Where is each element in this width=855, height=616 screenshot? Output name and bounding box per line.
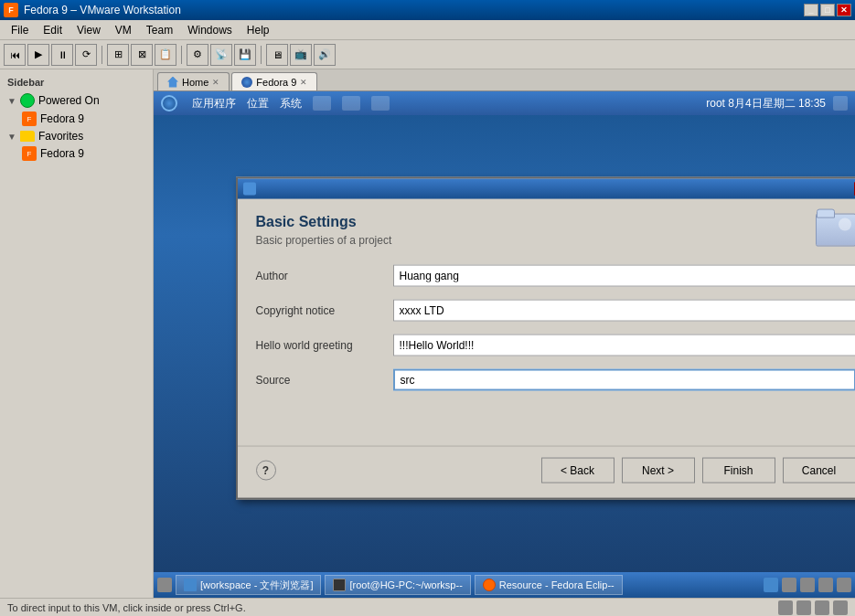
tab-fedora-close[interactable]: ✕ bbox=[300, 78, 307, 87]
taskbar-item-workspace[interactable]: [workspace - 文件浏览器] bbox=[176, 575, 321, 595]
tab-home-label: Home bbox=[182, 77, 208, 88]
toolbar-btn-12[interactable]: 📺 bbox=[290, 44, 312, 66]
fedora-topbar-icon-1 bbox=[313, 96, 331, 111]
fedora-icon bbox=[241, 77, 252, 88]
fedora-menu: 应用程序 位置 系统 bbox=[192, 96, 390, 112]
minimize-button[interactable]: _ bbox=[804, 4, 818, 16]
toolbar-btn-10[interactable]: 💾 bbox=[234, 44, 256, 66]
cancel-button[interactable]: Cancel bbox=[783, 458, 856, 483]
toolbar-btn-11[interactable]: 🖥 bbox=[266, 44, 288, 66]
taskbar-item-eclipse-label: Resource - Fedora Eclip-- bbox=[499, 579, 615, 590]
status-text: To direct input to this VM, click inside… bbox=[7, 602, 246, 613]
help-button[interactable]: ? bbox=[256, 461, 276, 481]
menu-team[interactable]: Team bbox=[139, 22, 180, 38]
toolbar-sep-1 bbox=[102, 46, 102, 64]
tab-home-close[interactable]: ✕ bbox=[212, 78, 219, 87]
fedora-menu-apps[interactable]: 应用程序 bbox=[192, 96, 236, 112]
label-author: Author bbox=[256, 270, 393, 282]
taskbar-right bbox=[764, 578, 851, 592]
toolbar-btn-2[interactable]: ▶ bbox=[27, 44, 49, 66]
sidebar-header: Sidebar bbox=[0, 73, 153, 91]
toolbar-btn-4[interactable]: ⟳ bbox=[75, 44, 97, 66]
sidebar-item-fedora-1[interactable]: F Fedora 9 bbox=[0, 110, 153, 128]
title-bar: F Fedora 9 – VMware Workstation _ □ ✕ bbox=[0, 0, 855, 20]
taskbar-start-icon[interactable] bbox=[157, 578, 172, 592]
sidebar-group-powered-on[interactable]: ▼ Powered On bbox=[0, 91, 153, 110]
finish-button[interactable]: Finish bbox=[702, 458, 775, 483]
dialog-subtitle: Basic properties of a project bbox=[256, 234, 392, 247]
eclipse-icon bbox=[483, 579, 496, 591]
sidebar-group-favorites[interactable]: ▼ Favorites bbox=[0, 128, 153, 144]
status-icon-2 bbox=[796, 600, 811, 615]
form-row-copyright: Copyright notice bbox=[256, 300, 856, 322]
window-controls: _ □ ✕ bbox=[804, 4, 851, 16]
dialog-content: Basic Settings Basic properties of a pro… bbox=[238, 199, 856, 419]
taskbar-item-terminal[interactable]: [root@HG-PC:~/worksp-- bbox=[325, 575, 470, 595]
tab-fedora[interactable]: Fedora 9 ✕ bbox=[231, 72, 317, 90]
tab-home[interactable]: Home ✕ bbox=[157, 72, 230, 90]
toolbar-btn-5[interactable]: ⊞ bbox=[107, 44, 129, 66]
status-icon-3 bbox=[815, 600, 829, 615]
menu-edit[interactable]: Edit bbox=[36, 22, 69, 38]
taskbar-item-workspace-label: [workspace - 文件浏览器] bbox=[200, 579, 313, 592]
fedora-datetime: root 8月4日星期二 18:35 bbox=[706, 96, 826, 112]
maximize-button[interactable]: □ bbox=[820, 4, 835, 16]
toolbar-btn-7[interactable]: 📋 bbox=[155, 44, 176, 66]
fedora-menu-system[interactable]: 系统 bbox=[280, 96, 302, 112]
fedora-topbar: 应用程序 位置 系统 root 8月4日星期二 18:35 bbox=[154, 91, 855, 115]
taskbar-item-terminal-label: [root@HG-PC:~/worksp-- bbox=[349, 579, 462, 590]
expand-arrow: ▼ bbox=[7, 96, 16, 106]
taskbar-item-eclipse[interactable]: Resource - Fedora Eclip-- bbox=[475, 575, 623, 595]
menu-windows[interactable]: Windows bbox=[180, 22, 240, 38]
sidebar-item-fedora-2[interactable]: F Fedora 9 bbox=[0, 144, 153, 163]
dialog-header-text: Basic Settings Basic properties of a pro… bbox=[256, 214, 392, 247]
fedora-topbar-icon-3 bbox=[371, 96, 390, 111]
dialog-footer: ? < Back Next > Finish Cancel bbox=[238, 446, 856, 498]
vm-area: Home ✕ Fedora 9 ✕ 应用程序 位置 系统 bbox=[154, 69, 855, 598]
sidebar-item-label-fedora-1: Fedora 9 bbox=[40, 112, 84, 125]
back-button[interactable]: < Back bbox=[541, 458, 615, 483]
toolbar-sep-2 bbox=[181, 46, 182, 64]
toolbar-btn-1[interactable]: ⏮ bbox=[4, 44, 26, 66]
menu-bar: File Edit View VM Team Windows Help bbox=[0, 20, 855, 40]
main-content: Sidebar ▼ Powered On F Fedora 9 ▼ Favori… bbox=[0, 69, 855, 598]
taskbar-right-icon-5 bbox=[837, 578, 851, 592]
app-icon: F bbox=[4, 3, 18, 17]
input-greeting[interactable] bbox=[393, 335, 856, 356]
fedora-topbar-right: root 8月4日星期二 18:35 bbox=[706, 96, 848, 112]
input-copyright[interactable] bbox=[393, 300, 856, 322]
menu-file[interactable]: File bbox=[4, 22, 36, 38]
toolbar-btn-13[interactable]: 🔊 bbox=[314, 44, 336, 66]
dialog-title-icon bbox=[243, 183, 256, 196]
toolbar-btn-9[interactable]: 📡 bbox=[210, 44, 232, 66]
fedora-menu-places[interactable]: 位置 bbox=[247, 96, 269, 112]
sidebar-item-favorites: Favorites bbox=[38, 130, 83, 143]
menu-help[interactable]: Help bbox=[240, 22, 277, 38]
dialog-header: Basic Settings Basic properties of a pro… bbox=[256, 214, 856, 247]
toolbar-sep-3 bbox=[261, 46, 262, 64]
menu-view[interactable]: View bbox=[69, 22, 108, 38]
sparkle-icon bbox=[839, 218, 851, 231]
status-icon-1 bbox=[778, 600, 793, 615]
toolbar-btn-3[interactable]: ⏸ bbox=[51, 44, 73, 66]
taskbar-right-icon-3 bbox=[800, 578, 815, 592]
fedora-desktop[interactable]: 应用程序 位置 系统 root 8月4日星期二 18:35 bbox=[154, 91, 855, 572]
terminal-icon bbox=[333, 579, 346, 591]
input-author[interactable] bbox=[393, 265, 856, 287]
toolbar-btn-8[interactable]: ⚙ bbox=[187, 44, 208, 66]
fedora-logo bbox=[161, 95, 177, 112]
toolbar-btn-6[interactable]: ⊠ bbox=[131, 44, 153, 66]
basic-settings-dialog: ✕ Basic Settings Basic properties of a p… bbox=[236, 177, 856, 500]
dialog-titlebar: ✕ bbox=[238, 179, 856, 199]
sidebar-item-powered-on: Powered On bbox=[38, 94, 100, 107]
form-row-greeting: Hello world greeting bbox=[256, 335, 856, 356]
input-source[interactable] bbox=[393, 369, 856, 391]
footer-buttons: < Back Next > Finish Cancel bbox=[541, 458, 856, 483]
next-button[interactable]: Next > bbox=[622, 458, 695, 483]
powered-on-icon bbox=[20, 93, 35, 108]
taskbar-right-icon-1 bbox=[764, 578, 778, 592]
expand-arrow-2: ▼ bbox=[7, 132, 16, 142]
menu-vm[interactable]: VM bbox=[108, 22, 139, 38]
close-button[interactable]: ✕ bbox=[837, 4, 851, 16]
volume-icon bbox=[833, 96, 848, 111]
